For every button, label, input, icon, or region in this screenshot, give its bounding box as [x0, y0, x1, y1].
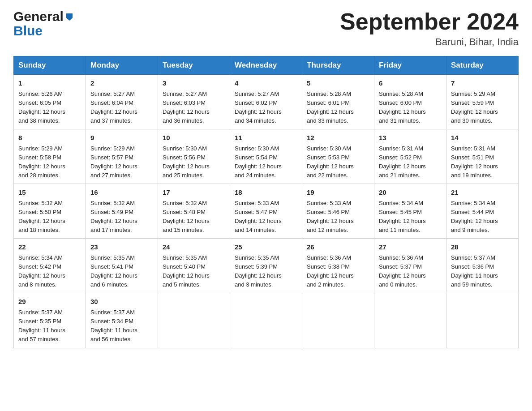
calendar-cell: 26 Sunrise: 5:36 AMSunset: 5:38 PMDaylig…	[302, 239, 374, 293]
day-number: 4	[235, 78, 297, 89]
cell-info: Sunrise: 5:31 AMSunset: 5:51 PMDaylight:…	[451, 145, 498, 179]
cell-info: Sunrise: 5:27 AMSunset: 6:03 PMDaylight:…	[163, 90, 210, 124]
page-subtitle: Baruni, Bihar, India	[340, 36, 519, 48]
calendar-cell: 4 Sunrise: 5:27 AMSunset: 6:02 PMDayligh…	[230, 75, 302, 129]
logo-blue-text: Blue	[13, 24, 43, 38]
cell-info: Sunrise: 5:35 AMSunset: 5:39 PMDaylight:…	[235, 254, 282, 288]
calendar-cell: 23 Sunrise: 5:35 AMSunset: 5:41 PMDaylig…	[86, 239, 158, 293]
calendar-cell: 17 Sunrise: 5:32 AMSunset: 5:48 PMDaylig…	[158, 184, 230, 239]
day-number: 23	[90, 242, 153, 253]
calendar-cell: 14 Sunrise: 5:31 AMSunset: 5:51 PMDaylig…	[446, 129, 519, 184]
calendar-cell: 27 Sunrise: 5:36 AMSunset: 5:37 PMDaylig…	[374, 239, 446, 293]
cell-info: Sunrise: 5:35 AMSunset: 5:40 PMDaylight:…	[163, 254, 210, 288]
calendar-cell: 13 Sunrise: 5:31 AMSunset: 5:52 PMDaylig…	[374, 129, 446, 184]
col-monday: Monday	[86, 56, 158, 75]
week-row-5: 29 Sunrise: 5:37 AMSunset: 5:35 PMDaylig…	[14, 293, 519, 348]
calendar-cell: 8 Sunrise: 5:29 AMSunset: 5:58 PMDayligh…	[14, 129, 86, 184]
day-number: 3	[163, 78, 225, 89]
cell-info: Sunrise: 5:35 AMSunset: 5:41 PMDaylight:…	[90, 254, 137, 288]
calendar-cell: 28 Sunrise: 5:37 AMSunset: 5:36 PMDaylig…	[446, 239, 519, 293]
cell-info: Sunrise: 5:29 AMSunset: 5:59 PMDaylight:…	[451, 90, 498, 124]
calendar-cell: 10 Sunrise: 5:30 AMSunset: 5:56 PMDaylig…	[158, 129, 230, 184]
day-number: 5	[307, 78, 369, 89]
calendar-cell: 1 Sunrise: 5:26 AMSunset: 6:05 PMDayligh…	[14, 75, 86, 129]
day-number: 8	[18, 133, 81, 143]
calendar-cell: 11 Sunrise: 5:30 AMSunset: 5:54 PMDaylig…	[230, 129, 302, 184]
calendar-cell: 21 Sunrise: 5:34 AMSunset: 5:44 PMDaylig…	[446, 184, 519, 239]
day-number: 14	[451, 133, 514, 143]
cell-info: Sunrise: 5:29 AMSunset: 5:58 PMDaylight:…	[18, 145, 65, 179]
cell-info: Sunrise: 5:33 AMSunset: 5:47 PMDaylight:…	[235, 200, 282, 233]
col-saturday: Saturday	[446, 56, 519, 75]
calendar-cell: 6 Sunrise: 5:28 AMSunset: 6:00 PMDayligh…	[374, 75, 446, 129]
day-number: 1	[18, 78, 81, 89]
day-number: 26	[307, 242, 369, 253]
calendar-cell: 29 Sunrise: 5:37 AMSunset: 5:35 PMDaylig…	[14, 293, 86, 348]
week-row-3: 15 Sunrise: 5:32 AMSunset: 5:50 PMDaylig…	[14, 184, 519, 239]
col-tuesday: Tuesday	[158, 56, 230, 75]
day-number: 21	[451, 188, 514, 198]
calendar-cell: 5 Sunrise: 5:28 AMSunset: 6:01 PMDayligh…	[302, 75, 374, 129]
cell-info: Sunrise: 5:30 AMSunset: 5:56 PMDaylight:…	[163, 145, 210, 179]
cell-info: Sunrise: 5:30 AMSunset: 5:53 PMDaylight:…	[307, 145, 354, 179]
col-thursday: Thursday	[302, 56, 374, 75]
day-number: 16	[90, 188, 153, 198]
cell-info: Sunrise: 5:27 AMSunset: 6:04 PMDaylight:…	[90, 90, 137, 124]
calendar-cell: 16 Sunrise: 5:32 AMSunset: 5:49 PMDaylig…	[86, 184, 158, 239]
logo-arrow-icon	[64, 12, 74, 21]
logo: General Blue	[13, 9, 74, 38]
cell-info: Sunrise: 5:36 AMSunset: 5:37 PMDaylight:…	[379, 254, 426, 288]
day-number: 30	[90, 297, 153, 307]
svg-marker-0	[66, 13, 73, 21]
col-sunday: Sunday	[14, 56, 86, 75]
day-number: 17	[163, 188, 225, 198]
day-number: 12	[307, 133, 369, 143]
calendar-cell: 25 Sunrise: 5:35 AMSunset: 5:39 PMDaylig…	[230, 239, 302, 293]
cell-info: Sunrise: 5:34 AMSunset: 5:44 PMDaylight:…	[451, 200, 498, 233]
title-block: September 2024 Baruni, Bihar, India	[340, 9, 519, 48]
day-number: 29	[18, 297, 81, 307]
day-number: 27	[379, 242, 442, 253]
cell-info: Sunrise: 5:29 AMSunset: 5:57 PMDaylight:…	[90, 145, 137, 179]
calendar-cell: 3 Sunrise: 5:27 AMSunset: 6:03 PMDayligh…	[158, 75, 230, 129]
day-number: 22	[18, 242, 81, 253]
day-number: 25	[235, 242, 297, 253]
cell-info: Sunrise: 5:28 AMSunset: 6:00 PMDaylight:…	[379, 90, 426, 124]
cell-info: Sunrise: 5:27 AMSunset: 6:02 PMDaylight:…	[235, 90, 282, 124]
calendar-cell: 15 Sunrise: 5:32 AMSunset: 5:50 PMDaylig…	[14, 184, 86, 239]
calendar-header-row: Sunday Monday Tuesday Wednesday Thursday…	[14, 56, 519, 75]
day-number: 2	[90, 78, 153, 89]
cell-info: Sunrise: 5:31 AMSunset: 5:52 PMDaylight:…	[379, 145, 426, 179]
day-number: 6	[379, 78, 442, 89]
week-row-4: 22 Sunrise: 5:34 AMSunset: 5:42 PMDaylig…	[14, 239, 519, 293]
day-number: 13	[379, 133, 442, 143]
calendar-cell: 12 Sunrise: 5:30 AMSunset: 5:53 PMDaylig…	[302, 129, 374, 184]
page-header: General Blue September 2024 Baruni, Biha…	[13, 9, 519, 48]
logo-general-text: General	[13, 9, 64, 24]
cell-info: Sunrise: 5:28 AMSunset: 6:01 PMDaylight:…	[307, 90, 354, 124]
cell-info: Sunrise: 5:26 AMSunset: 6:05 PMDaylight:…	[18, 90, 65, 124]
calendar-cell	[230, 293, 302, 348]
cell-info: Sunrise: 5:37 AMSunset: 5:34 PMDaylight:…	[90, 309, 137, 342]
week-row-1: 1 Sunrise: 5:26 AMSunset: 6:05 PMDayligh…	[14, 75, 519, 129]
calendar-cell: 18 Sunrise: 5:33 AMSunset: 5:47 PMDaylig…	[230, 184, 302, 239]
calendar-cell: 24 Sunrise: 5:35 AMSunset: 5:40 PMDaylig…	[158, 239, 230, 293]
col-friday: Friday	[374, 56, 446, 75]
day-number: 15	[18, 188, 81, 198]
day-number: 7	[451, 78, 514, 89]
day-number: 10	[163, 133, 225, 143]
cell-info: Sunrise: 5:34 AMSunset: 5:42 PMDaylight:…	[18, 254, 65, 288]
cell-info: Sunrise: 5:33 AMSunset: 5:46 PMDaylight:…	[307, 200, 354, 233]
cell-info: Sunrise: 5:36 AMSunset: 5:38 PMDaylight:…	[307, 254, 354, 288]
calendar-cell	[302, 293, 374, 348]
day-number: 18	[235, 188, 297, 198]
cell-info: Sunrise: 5:32 AMSunset: 5:49 PMDaylight:…	[90, 200, 137, 233]
calendar-cell	[446, 293, 519, 348]
calendar-cell	[158, 293, 230, 348]
day-number: 9	[90, 133, 153, 143]
calendar-table: Sunday Monday Tuesday Wednesday Thursday…	[13, 56, 519, 348]
day-number: 24	[163, 242, 225, 253]
calendar-cell: 9 Sunrise: 5:29 AMSunset: 5:57 PMDayligh…	[86, 129, 158, 184]
calendar-cell	[374, 293, 446, 348]
day-number: 20	[379, 188, 442, 198]
